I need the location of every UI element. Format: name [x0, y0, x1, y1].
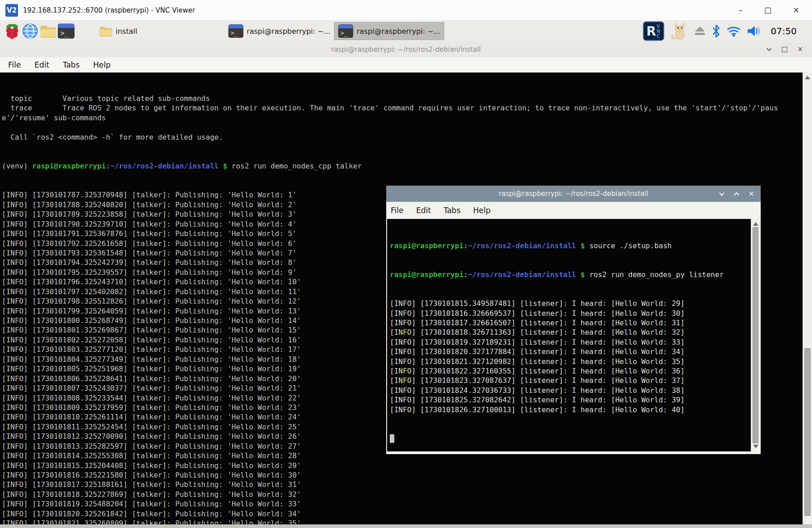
- taskbar-install-label: install: [116, 27, 137, 36]
- taskbar-item-install[interactable]: install: [95, 22, 141, 40]
- scroll-down-arrow-icon[interactable]: [753, 445, 758, 448]
- source-command: source ./setup.bash: [589, 241, 672, 250]
- prompt-path: ~/ros/ros2-debian/install: [468, 270, 576, 279]
- terminal-cursor-focused: [390, 434, 394, 443]
- svg-text:R: R: [646, 24, 656, 39]
- taskbar-window-label: raspi@raspberrypi: ~...: [356, 27, 440, 36]
- svg-text:N: N: [657, 29, 660, 34]
- vnc-viewer-logo-icon: V2: [5, 4, 18, 17]
- listener-scrollbar[interactable]: [751, 219, 760, 451]
- menu-file[interactable]: File: [8, 60, 21, 69]
- talker-window-title: raspi@raspberrypi: ~/ros/ros2-debian/ins…: [331, 46, 481, 54]
- listener-log-line: [INFO] [1730101824.327036733] [listener]…: [390, 386, 751, 395]
- terminal-text-line: [2, 123, 803, 132]
- prompt-colon: :: [106, 162, 110, 170]
- terminal-text-line: topic Various topic related sub-commands: [2, 94, 803, 103]
- terminal-launcher-icon[interactable]: >_: [58, 22, 75, 41]
- listener-log-line: [INFO] [1730101818.326711363] [listener]…: [390, 328, 751, 337]
- cat-mascot-tray-icon[interactable]: [670, 22, 688, 41]
- talker-log-line: [INFO] [1730101819.325488204] [talker]: …: [2, 499, 803, 509]
- scrollbar-thumb[interactable]: [804, 348, 811, 516]
- window-close-button[interactable]: ×: [797, 46, 803, 53]
- taskbar-window-button-terminal-2[interactable]: >_ raspi@raspberrypi: ~...: [334, 22, 444, 40]
- listener-log-line: [INFO] [1730101817.326616507] [listener]…: [390, 318, 751, 328]
- svg-text:>_: >_: [230, 30, 238, 37]
- window-shade-chevron-down-icon[interactable]: [719, 192, 725, 196]
- scroll-up-arrow-icon[interactable]: [805, 76, 810, 79]
- listener-menubar: File Edit Tabs Help: [386, 202, 761, 219]
- menu-raspberry-icon[interactable]: [4, 22, 21, 41]
- terminal-text-line: e'/'resume' sub-commands: [2, 113, 803, 123]
- listener-window-body: File Edit Tabs Help raspi@raspberrypi:~/…: [386, 202, 761, 454]
- window-close-button[interactable]: ×: [749, 190, 754, 197]
- terminal-icon: >_: [338, 23, 353, 39]
- listener-window-title: raspi@raspberrypi: ~/ros/ros2-debian/ins…: [499, 190, 648, 198]
- folder-icon: [99, 25, 113, 37]
- talker-log-line: [INFO] [1730101817.325188161] [talker]: …: [2, 480, 803, 489]
- prompt-user-host: raspi@raspberrypi: [32, 162, 106, 170]
- realvnc-tray-icon[interactable]: R V N C: [643, 21, 664, 41]
- svg-text:V: V: [657, 24, 660, 29]
- listener-log-line: [INFO] [1730101819.327189231] [listener]…: [390, 337, 751, 347]
- wifi-tray-icon[interactable]: [726, 25, 741, 37]
- prompt-user-host: raspi@raspberrypi: [390, 241, 464, 250]
- volume-tray-icon[interactable]: [747, 25, 762, 37]
- system-tray: R V N C: [643, 21, 808, 41]
- taskbar-window-button-terminal-1[interactable]: >_ raspi@raspberrypi: ~...: [225, 22, 334, 40]
- vnc-maximize-button[interactable]: □: [764, 6, 771, 14]
- venv-prefix: (venv): [2, 162, 32, 170]
- talker-menubar: File Edit Tabs Help: [0, 57, 812, 73]
- terminal-text-line: trace Trace ROS 2 nodes to get informati…: [2, 103, 803, 113]
- talker-log-line: [INFO] [1730101820.325261842] [talker]: …: [2, 509, 803, 519]
- talker-window-titlebar[interactable]: raspi@raspberrypi: ~/ros/ros2-debian/ins…: [0, 41, 812, 57]
- taskbar-window-label: raspi@raspberrypi: ~...: [247, 27, 330, 36]
- shell-prompt-line: raspi@raspberrypi:~/ros/ros2-debian/inst…: [390, 270, 751, 279]
- scrollbar-thumb[interactable]: [753, 227, 758, 443]
- svg-text:>_: >_: [341, 30, 348, 37]
- eject-tray-icon[interactable]: [694, 26, 706, 36]
- viewport-bottom-strip: [0, 524, 812, 528]
- talker-command: ros2 run demo_nodes_cpp talker: [232, 162, 362, 170]
- menu-help[interactable]: Help: [473, 206, 491, 215]
- window-shade-chevron-icon[interactable]: [766, 47, 772, 51]
- listener-log-line: [INFO] [1730101820.327177884] [listener]…: [390, 347, 751, 356]
- window-maximize-button[interactable]: [782, 47, 787, 52]
- talker-log-line: [INFO] [1730101816.325221580] [talker]: …: [2, 470, 803, 480]
- listener-terminal-screen[interactable]: raspi@raspberrypi:~/ros/ros2-debian/inst…: [387, 219, 751, 451]
- taskbar: >_ install >_ raspi@raspberrypi: ~... >_…: [0, 21, 812, 41]
- menu-tabs[interactable]: Tabs: [63, 60, 80, 69]
- talker-log-line: [INFO] [1730101818.325227869] [talker]: …: [2, 490, 803, 499]
- cursor-line: [390, 434, 751, 443]
- listener-window-titlebar[interactable]: raspi@raspberrypi: ~/ros/ros2-debian/ins…: [386, 186, 761, 202]
- terminal-icon: >_: [228, 23, 244, 39]
- listener-terminal-window: raspi@raspberrypi: ~/ros/ros2-debian/ins…: [386, 186, 761, 454]
- prompt-path: ~/ros/ros2-debian/install: [468, 241, 576, 250]
- ros2-help-output: topic Various topic related sub-commands…: [2, 94, 803, 142]
- vnc-close-button[interactable]: ×: [793, 6, 799, 14]
- prompt-user-host: raspi@raspberrypi: [390, 270, 464, 279]
- clock[interactable]: 07:50: [771, 26, 797, 36]
- svg-text:C: C: [657, 34, 660, 39]
- listener-log-line: [INFO] [1730101815.349587481] [listener]…: [390, 299, 751, 308]
- prompt-dollar: $: [576, 270, 589, 279]
- menu-tabs[interactable]: Tabs: [443, 206, 460, 215]
- shell-prompt-line: raspi@raspberrypi:~/ros/ros2-debian/inst…: [390, 241, 751, 250]
- listener-log-line: [INFO] [1730101816.326669537] [listener]…: [390, 309, 751, 318]
- menu-edit[interactable]: Edit: [34, 60, 49, 69]
- scroll-up-arrow-icon[interactable]: [753, 222, 758, 226]
- file-manager-icon[interactable]: [40, 22, 57, 41]
- menu-help[interactable]: Help: [93, 60, 111, 69]
- talker-scrollbar[interactable]: [803, 73, 812, 524]
- bluetooth-tray-icon[interactable]: [712, 24, 721, 38]
- listener-log-line: [INFO] [1730101823.327087637] [listener]…: [390, 376, 751, 385]
- listener-log-output: [INFO] [1730101815.349587481] [listener]…: [390, 299, 751, 414]
- menu-file[interactable]: File: [391, 206, 403, 215]
- window-unshade-chevron-up-icon[interactable]: [734, 192, 740, 196]
- menu-edit[interactable]: Edit: [416, 206, 431, 215]
- vnc-viewer-title: 192.168.137.252::6700 (raspberrypi) - VN…: [23, 6, 195, 14]
- vnc-minimize-button[interactable]: –: [739, 6, 743, 14]
- listener-command: ros2 run demo_nodes_py listener: [589, 270, 724, 279]
- browser-globe-icon[interactable]: [22, 22, 39, 41]
- prompt-colon: :: [464, 241, 468, 250]
- vnc-viewer-titlebar[interactable]: V2 192.168.137.252::6700 (raspberrypi) -…: [0, 0, 812, 21]
